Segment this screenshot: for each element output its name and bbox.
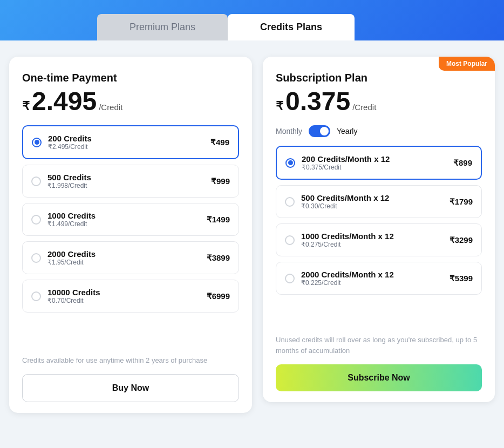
option-left: 1000 Credits ₹1.499/Credit <box>31 211 96 228</box>
option-text: 10000 Credits ₹0.70/Credit <box>47 288 100 304</box>
left-price-amount: 2.495 <box>32 89 97 114</box>
option-sublabel: ₹0.225/Credit <box>301 279 394 287</box>
option-label: 2000 Credits/Month x 12 <box>301 270 394 279</box>
option-sublabel: ₹1.499/Credit <box>47 220 96 228</box>
left-option-opt-l4[interactable]: 2000 Credits ₹1.95/Credit ₹3899 <box>22 241 239 274</box>
option-left: 2000 Credits/Month x 12 ₹0.225/Credit <box>285 270 394 287</box>
option-text: 1000 Credits/Month x 12 ₹0.275/Credit <box>301 232 394 248</box>
option-sublabel: ₹0.70/Credit <box>47 297 100 304</box>
option-price: ₹6999 <box>207 291 230 301</box>
left-option-opt-l3[interactable]: 1000 Credits ₹1.499/Credit ₹1499 <box>22 203 239 236</box>
right-price-row: ₹ 0.375 /Credit <box>276 89 482 114</box>
option-price: ₹1499 <box>207 215 230 225</box>
right-option-opt-r4[interactable]: 2000 Credits/Month x 12 ₹0.225/Credit ₹5… <box>276 262 482 295</box>
radio-inner <box>288 160 293 165</box>
tab-credits-label: Credits Plans <box>260 22 322 32</box>
option-text: 500 Credits/Month x 12 ₹0.30/Credit <box>301 193 389 210</box>
right-note: Unused credits will roll over as long as… <box>276 335 482 356</box>
right-price-amount: 0.375 <box>285 89 350 114</box>
option-price: ₹1799 <box>449 197 473 207</box>
left-note: Credits available for use anytime within… <box>22 355 239 366</box>
option-price: ₹899 <box>453 158 472 168</box>
option-price: ₹999 <box>211 177 230 186</box>
radio-btn <box>31 215 41 225</box>
tab-premium[interactable]: Premium Plans <box>97 14 228 40</box>
option-price: ₹499 <box>210 138 229 147</box>
right-option-list: 200 Credits/Month x 12 ₹0.375/Credit ₹89… <box>276 146 482 326</box>
option-text: 500 Credits ₹1.998/Credit <box>47 173 91 189</box>
option-sublabel: ₹0.375/Credit <box>302 164 390 171</box>
right-card-title: Subscription Plan <box>276 72 482 84</box>
radio-btn <box>32 138 42 147</box>
toggle-yearly-label: Yearly <box>337 127 357 135</box>
option-sublabel: ₹2.495/Credit <box>48 143 92 151</box>
option-text: 200 Credits ₹2.495/Credit <box>48 134 92 151</box>
option-left: 200 Credits/Month x 12 ₹0.375/Credit <box>285 154 390 171</box>
option-left: 500 Credits/Month x 12 ₹0.30/Credit <box>285 193 389 210</box>
buy-now-button[interactable]: Buy Now <box>22 374 239 402</box>
radio-btn <box>31 177 41 186</box>
left-option-list: 200 Credits ₹2.495/Credit ₹499 500 Credi… <box>22 125 239 347</box>
radio-btn <box>285 235 295 245</box>
right-option-opt-r2[interactable]: 500 Credits/Month x 12 ₹0.30/Credit ₹179… <box>276 185 482 218</box>
right-option-opt-r1[interactable]: 200 Credits/Month x 12 ₹0.375/Credit ₹89… <box>276 146 482 180</box>
radio-inner <box>35 140 39 145</box>
one-time-payment-card: One-time Payment ₹ 2.495 /Credit 200 Cre… <box>9 57 252 413</box>
option-price: ₹3299 <box>449 235 473 245</box>
option-text: 200 Credits/Month x 12 ₹0.375/Credit <box>302 154 390 171</box>
right-option-opt-r3[interactable]: 1000 Credits/Month x 12 ₹0.275/Credit ₹3… <box>276 223 482 256</box>
left-option-opt-l5[interactable]: 10000 Credits ₹0.70/Credit ₹6999 <box>22 280 239 313</box>
radio-btn <box>31 253 41 263</box>
option-label: 1000 Credits/Month x 12 <box>301 232 394 241</box>
left-card-title: One-time Payment <box>22 72 239 84</box>
option-label: 10000 Credits <box>47 288 100 297</box>
radio-btn <box>31 291 41 301</box>
option-label: 2000 Credits <box>47 249 96 259</box>
option-left: 10000 Credits ₹0.70/Credit <box>31 288 100 304</box>
option-label: 200 Credits <box>48 134 92 143</box>
left-option-opt-l1[interactable]: 200 Credits ₹2.495/Credit ₹499 <box>22 125 239 159</box>
toggle-knob <box>320 127 329 135</box>
billing-toggle[interactable] <box>309 125 330 137</box>
radio-btn <box>285 274 295 283</box>
option-left: 500 Credits ₹1.998/Credit <box>31 173 91 189</box>
right-currency: ₹ <box>276 99 283 113</box>
option-label: 500 Credits/Month x 12 <box>301 193 389 202</box>
right-price-unit: /Credit <box>352 103 376 112</box>
tab-premium-label: Premium Plans <box>130 22 195 32</box>
option-label: 500 Credits <box>47 173 91 182</box>
radio-btn <box>285 197 295 207</box>
left-option-opt-l2[interactable]: 500 Credits ₹1.998/Credit ₹999 <box>22 165 239 198</box>
option-sublabel: ₹1.95/Credit <box>47 259 96 266</box>
tab-credits[interactable]: Credits Plans <box>228 14 355 40</box>
option-left: 2000 Credits ₹1.95/Credit <box>31 249 96 266</box>
option-label: 1000 Credits <box>47 211 96 220</box>
option-text: 1000 Credits ₹1.499/Credit <box>47 211 96 228</box>
toggle-monthly-label: Monthly <box>276 127 302 135</box>
left-price-row: ₹ 2.495 /Credit <box>22 89 239 114</box>
most-popular-badge: Most Popular <box>439 57 495 71</box>
option-text: 2000 Credits/Month x 12 ₹0.225/Credit <box>301 270 394 287</box>
option-price: ₹3899 <box>207 253 230 263</box>
header: Premium Plans Credits Plans <box>0 0 504 40</box>
main-content: One-time Payment ₹ 2.495 /Credit 200 Cre… <box>0 40 504 424</box>
left-price-unit: /Credit <box>99 103 122 112</box>
subscription-plan-card: Most Popular Subscription Plan ₹ 0.375 /… <box>263 57 495 402</box>
option-sublabel: ₹0.30/Credit <box>301 202 389 210</box>
option-left: 200 Credits ₹2.495/Credit <box>32 134 92 151</box>
subscribe-now-button[interactable]: Subscribe Now <box>276 364 482 391</box>
option-sublabel: ₹0.275/Credit <box>301 241 394 248</box>
option-text: 2000 Credits ₹1.95/Credit <box>47 249 96 266</box>
billing-toggle-row: Monthly Yearly <box>276 125 482 137</box>
option-sublabel: ₹1.998/Credit <box>47 182 91 189</box>
radio-btn <box>285 158 295 168</box>
option-price: ₹5399 <box>449 274 473 283</box>
option-label: 200 Credits/Month x 12 <box>302 154 390 164</box>
option-left: 1000 Credits/Month x 12 ₹0.275/Credit <box>285 232 394 248</box>
left-currency: ₹ <box>22 99 30 113</box>
